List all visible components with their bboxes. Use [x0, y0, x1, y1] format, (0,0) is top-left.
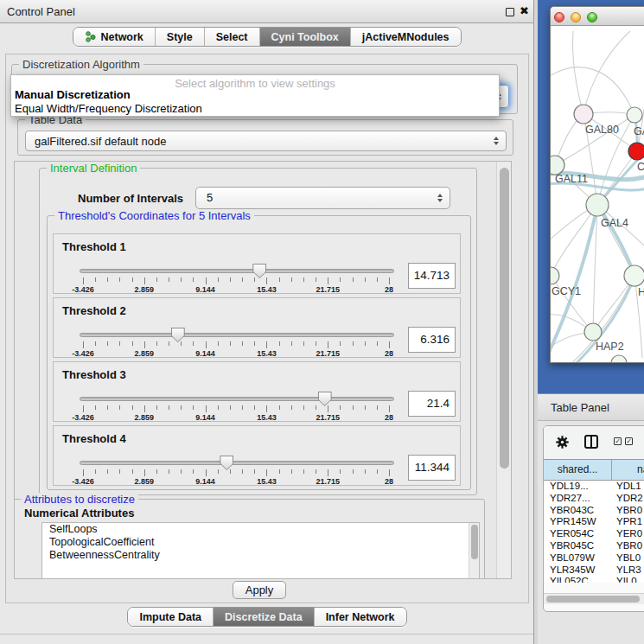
close-traffic-light-icon[interactable]: [554, 12, 564, 22]
cell-shared-name: YIL052C: [550, 576, 589, 583]
tick-label: 2.859: [125, 477, 163, 486]
threshold-value-field[interactable]: 6.316: [408, 327, 456, 353]
network-node-label: H: [638, 286, 644, 298]
tick-mark: [254, 469, 255, 474]
numerical-attributes-list[interactable]: SelfLoopsTopologicalCoefficientBetweenne…: [41, 522, 480, 579]
slider-thumb[interactable]: [220, 456, 233, 470]
column-header-shared-name[interactable]: shared...: [544, 460, 612, 480]
list-scrollbar[interactable]: [469, 523, 479, 578]
threshold-value-field[interactable]: 21.4: [408, 391, 456, 417]
slider-thumb[interactable]: [171, 328, 185, 342]
attribute-list-item[interactable]: SelfLoops: [42, 523, 479, 536]
tab-network[interactable]: Network: [73, 28, 155, 46]
popup-option-equal-width-frequency-discretization[interactable]: Equal Width/Frequency Discretization: [11, 102, 499, 116]
network-edge[interactable]: [555, 115, 634, 165]
apply-button[interactable]: Apply: [233, 581, 286, 599]
network-edge[interactable]: [551, 67, 634, 115]
tab-select[interactable]: Select: [205, 28, 260, 46]
threshold-value-field[interactable]: 14.713: [408, 263, 456, 289]
network-edge[interactable]: [551, 276, 593, 332]
threshold-value-field[interactable]: 11.344: [408, 455, 456, 481]
slider-thumb[interactable]: [318, 392, 332, 406]
checkbox-checked-icon[interactable]: ✓: [625, 437, 633, 445]
slider-thumb[interactable]: [252, 264, 266, 278]
gear-icon[interactable]: [555, 435, 570, 450]
network-node[interactable]: [586, 194, 609, 216]
cell-shared-name: YLR345W: [550, 564, 595, 575]
column-header-name[interactable]: na: [613, 460, 644, 480]
threshold-label: Threshold 2: [62, 304, 126, 317]
tick-mark: [389, 469, 390, 476]
network-window-titlebar[interactable]: [551, 7, 644, 26]
network-node[interactable]: [627, 107, 642, 123]
attribute-list-item[interactable]: BetweennessCentrality: [42, 549, 479, 562]
table-row[interactable]: YIL052CYIL0: [544, 576, 644, 583]
table-row[interactable]: YLR345WYLR3: [544, 564, 644, 577]
table-row[interactable]: YDR27...YDR2: [544, 493, 644, 505]
close-icon[interactable]: ✖: [520, 4, 529, 17]
tick-mark: [291, 277, 292, 282]
slider-track[interactable]: [80, 269, 394, 273]
cell-shared-name: YDR27...: [550, 493, 590, 503]
cell-name: YBR0: [616, 540, 642, 551]
zoom-traffic-light-icon[interactable]: [587, 12, 597, 22]
float-icon[interactable]: [506, 8, 514, 16]
network-node-label: GAL4: [601, 217, 628, 229]
network-node[interactable]: [551, 267, 559, 284]
network-edge[interactable]: [573, 31, 584, 114]
tick-mark: [230, 469, 231, 474]
network-node[interactable]: [574, 105, 593, 124]
checkbox-checked-icon[interactable]: ✓: [614, 437, 622, 445]
table-data-combo[interactable]: galFiltered.sif default node: [25, 131, 507, 151]
table-row[interactable]: YPR145WYPR1: [544, 516, 644, 528]
tab-discretize-data[interactable]: Discretize Data: [214, 608, 315, 626]
network-edge[interactable]: [583, 31, 630, 114]
thresholds-group-title: Threshold's Coordinates for 5 Intervals: [54, 209, 254, 222]
panel-title: Control Panel: [7, 5, 75, 18]
tick-label: 28: [370, 477, 408, 486]
table-body: YDL19...YDL1YDR27...YDR2YBR043CYBR0YPR14…: [544, 481, 644, 583]
tick-label: -3.426: [64, 349, 102, 358]
tab-jactivemnodules[interactable]: jActiveMNodules: [351, 28, 461, 46]
network-window[interactable]: GAL80GACGAL11GAL4GCY1HHAP2: [550, 6, 644, 363]
minimize-traffic-light-icon[interactable]: [571, 12, 581, 22]
interval-definition-title: Interval Definition: [47, 162, 140, 175]
attribute-list-item[interactable]: TopologicalCoefficient: [42, 536, 479, 549]
slider-track[interactable]: [80, 397, 394, 401]
interval-definition-group: Interval Definition Number of Intervals …: [39, 168, 477, 495]
tick-mark: [230, 277, 231, 282]
bottom-tab-bar: Impute DataDiscretize DataInfer Network: [0, 607, 534, 627]
table-row[interactable]: YBR045CYBR0: [544, 540, 644, 552]
network-node[interactable]: [611, 355, 627, 362]
table-row[interactable]: YBR043CYBR0: [544, 505, 644, 517]
tab-label: Select: [216, 31, 248, 43]
tab-cyni-toolbox[interactable]: Cyni Toolbox: [260, 28, 351, 46]
popup-option-manual-discretization[interactable]: Manual Discretization: [11, 88, 499, 102]
split-columns-icon[interactable]: [584, 435, 598, 449]
slider-track[interactable]: [80, 461, 394, 465]
threshold-label: Threshold 1: [62, 240, 126, 253]
tab-style[interactable]: Style: [156, 28, 205, 46]
cell-name: YBR0: [616, 505, 642, 515]
network-node[interactable]: [584, 323, 602, 341]
number-of-intervals-spinner[interactable]: 5: [195, 187, 450, 209]
tick-mark: [365, 277, 366, 282]
network-node[interactable]: [551, 156, 564, 175]
tick-mark: [132, 277, 133, 282]
tab-impute-data[interactable]: Impute Data: [128, 608, 214, 626]
threshold-panel-4: Threshold 4-3.4262.8599.14415.4321.71528…: [53, 425, 461, 486]
network-canvas[interactable]: GAL80GACGAL11GAL4GCY1HHAP2: [551, 26, 644, 362]
network-node[interactable]: [628, 143, 644, 160]
table-row[interactable]: YDL19...YDL1: [544, 481, 644, 493]
tab-infer-network[interactable]: Infer Network: [315, 608, 406, 626]
table-hscrollbar[interactable]: [544, 593, 644, 604]
spinner-value: 5: [207, 191, 213, 204]
tick-label: 21.715: [309, 477, 347, 486]
network-node[interactable]: [624, 265, 644, 286]
table-row[interactable]: YBL079WYBL0: [544, 552, 644, 564]
tick-mark: [291, 469, 292, 474]
table-row[interactable]: YER054CYER0: [544, 528, 644, 540]
settings-scrollbar[interactable]: [496, 162, 511, 578]
slider-track[interactable]: [80, 333, 394, 337]
attributes-group: Attributes to discretize Numerical Attri…: [14, 499, 485, 579]
